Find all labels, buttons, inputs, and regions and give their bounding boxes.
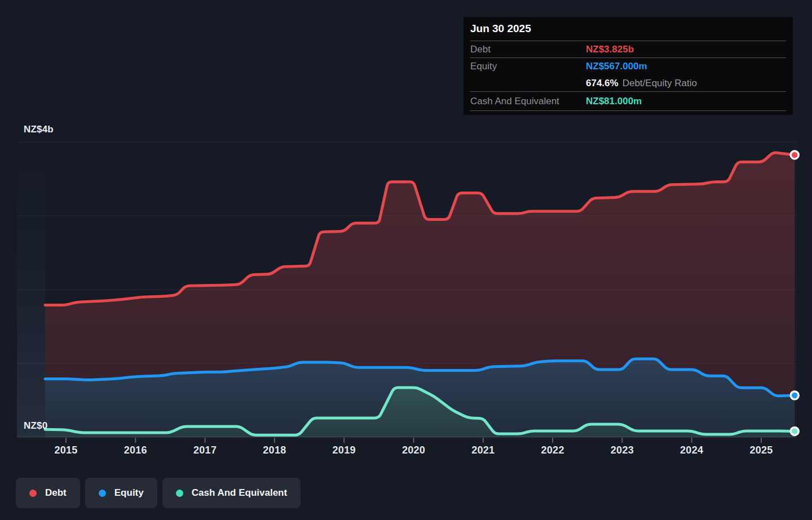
x-axis-label-2021: 2021 [458, 445, 509, 456]
chart-tooltip: Jun 30 2025 Debt NZ$3.825b Equity NZ$567… [464, 17, 793, 115]
x-axis-label-2025: 2025 [736, 445, 787, 456]
x-axis-label-2016: 2016 [110, 445, 161, 456]
legend-item-equity[interactable]: Equity [85, 478, 157, 508]
equity-dot-icon [99, 490, 106, 497]
tooltip-cash-value: NZ$81.000m [586, 96, 642, 107]
tooltip-row-debt: Debt NZ$3.825b [470, 41, 786, 58]
x-axis-label-2023: 2023 [597, 445, 647, 456]
tooltip-date: Jun 30 2025 [470, 17, 786, 41]
legend-cash-label: Cash And Equivalent [192, 487, 287, 499]
tooltip-row-cash: Cash And Equivalent NZ$81.000m [470, 92, 786, 111]
tooltip-ratio-label: Debt/Equity Ratio [623, 78, 697, 89]
tooltip-equity-label: Equity [470, 61, 586, 72]
x-axis-label-2018: 2018 [249, 445, 300, 456]
debt-equity-chart-page: NZ$4b NZ$0 20152016201720182019202020212… [0, 0, 812, 520]
y-axis-label-zero: NZ$0 [24, 420, 47, 432]
legend-item-debt[interactable]: Debt [16, 478, 80, 508]
x-axis-label-2019: 2019 [319, 445, 369, 456]
tooltip-row-equity: Equity NZ$567.000m [470, 58, 786, 75]
debt-endpoint-marker [791, 151, 798, 159]
x-axis-label-2020: 2020 [389, 445, 439, 456]
tooltip-cash-label: Cash And Equivalent [470, 96, 586, 107]
cash-dot-icon [176, 490, 183, 497]
legend-debt-label: Debt [45, 487, 67, 499]
cash-endpoint-marker [791, 427, 798, 435]
tooltip-debt-label: Debt [470, 44, 586, 55]
legend-equity-label: Equity [114, 487, 144, 499]
x-axis-label-2015: 2015 [41, 445, 91, 456]
x-axis-label-2022: 2022 [527, 445, 578, 456]
x-axis-label-2024: 2024 [667, 445, 717, 456]
tooltip-equity-value: NZ$567.000m [586, 61, 647, 72]
tooltip-debt-value: NZ$3.825b [586, 44, 634, 55]
equity-endpoint-marker [791, 392, 798, 399]
x-axis-label-2017: 2017 [180, 445, 231, 456]
tooltip-ratio-value: 674.6% [586, 78, 619, 89]
debt-dot-icon [29, 490, 37, 497]
legend-item-cash[interactable]: Cash And Equivalent [162, 478, 301, 508]
tooltip-row-ratio: 674.6% Debt/Equity Ratio [470, 75, 786, 92]
y-axis-label-max: NZ$4b [24, 124, 54, 135]
legend: Debt Equity Cash And Equivalent [16, 478, 301, 508]
